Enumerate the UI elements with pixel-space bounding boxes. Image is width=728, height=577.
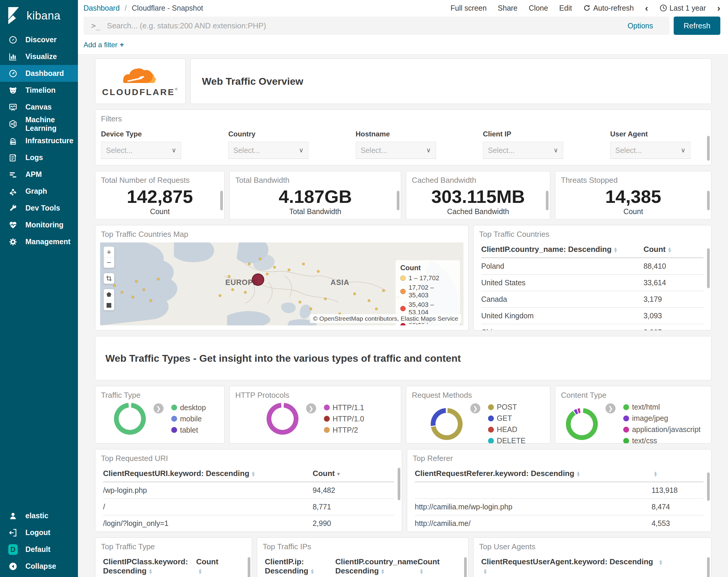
map-data-point[interactable] xyxy=(121,291,123,294)
map-data-point[interactable] xyxy=(309,307,312,310)
column-header[interactable]: ClientIP.country_name: Descending▴▾ xyxy=(335,553,417,577)
map-data-point[interactable] xyxy=(135,280,138,283)
time-forward-button[interactable]: › xyxy=(717,3,720,13)
column-header[interactable]: ▴▾ xyxy=(652,465,703,482)
column-header[interactable]: ClientRequestUserAgent.keyword: Descendi… xyxy=(481,553,657,577)
column-header[interactable]: ClientIPClass.keyword: Descending▴▾ xyxy=(103,553,196,577)
panel-scrollbar[interactable] xyxy=(220,191,223,210)
map-data-point[interactable] xyxy=(382,289,385,292)
legend-item[interactable]: text/css xyxy=(623,436,701,444)
table-row[interactable]: Poland88,410 xyxy=(481,258,703,275)
legend-toggle-icon[interactable]: ❯ xyxy=(154,403,163,413)
table-row[interactable]: /xmlrpc.php1,394 xyxy=(103,532,394,532)
country-select[interactable]: Select...∨ xyxy=(228,142,309,159)
sidebar-item-canvas[interactable]: Canvas xyxy=(0,99,78,116)
column-header[interactable]: Count▴▾ xyxy=(196,553,244,577)
table-row[interactable]: Canada3,179 xyxy=(481,291,703,308)
add-filter-link[interactable]: Add a filter+ xyxy=(83,41,124,49)
map-data-point[interactable] xyxy=(228,275,231,278)
map-data-point[interactable] xyxy=(375,307,378,310)
map-data-point[interactable] xyxy=(266,273,269,275)
panel-scrollbar[interactable] xyxy=(707,248,710,288)
sidebar-item-apm[interactable]: APM xyxy=(0,166,78,183)
time-picker-button[interactable]: Last 1 year xyxy=(659,4,706,12)
sidebar-item-timelion[interactable]: Timelion xyxy=(0,82,78,99)
sidebar-item-logs[interactable]: Logs xyxy=(0,149,78,166)
map-data-point[interactable] xyxy=(231,288,234,291)
hostname-select[interactable]: Select...∨ xyxy=(356,142,436,159)
map-data-point[interactable] xyxy=(317,270,319,273)
map-data-point[interactable] xyxy=(150,299,152,302)
column-header[interactable]: Count▴▾ xyxy=(644,241,703,258)
refresh-button[interactable]: Refresh xyxy=(674,17,720,35)
sidebar-item-user[interactable]: elastic xyxy=(0,507,78,524)
legend-toggle-icon[interactable]: ❯ xyxy=(605,403,616,413)
column-header[interactable]: Count▴▾ xyxy=(417,553,461,577)
map-attribution[interactable]: © OpenStreetMap contributors, Elastic Ma… xyxy=(310,314,461,323)
panel-scrollbar[interactable] xyxy=(464,557,467,577)
legend-item[interactable]: HTTP/2 xyxy=(324,426,364,434)
map-data-point[interactable] xyxy=(288,269,290,271)
panel-scrollbar[interactable] xyxy=(707,557,710,577)
sidebar-item-dashboard[interactable]: Dashboard xyxy=(0,65,78,82)
table-row[interactable]: United Kingdom3,093 xyxy=(481,308,703,324)
map-canvas[interactable]: EUROPE ASIA + − xyxy=(100,243,464,325)
full-screen-button[interactable]: Full screen xyxy=(450,4,487,12)
polygon-tool-button[interactable] xyxy=(104,289,114,300)
map-data-point[interactable] xyxy=(259,258,261,260)
share-button[interactable]: Share xyxy=(498,4,518,12)
map-data-point[interactable] xyxy=(367,299,370,302)
column-header[interactable]: ▴▾ xyxy=(657,553,703,577)
panel-scrollbar[interactable] xyxy=(707,191,710,210)
legend-item[interactable]: HTTP/1.0 xyxy=(324,415,364,423)
column-header[interactable]: ClientIP.country_name: Descending▴▾ xyxy=(481,241,644,258)
table-row[interactable]: China2,805 xyxy=(481,324,703,331)
kibana-logo[interactable]: kibana xyxy=(0,0,78,31)
table-row[interactable]: /8,771 xyxy=(103,499,394,515)
table-row[interactable]: /login/?login_only=12,990 xyxy=(103,515,394,532)
panel-scrollbar[interactable] xyxy=(397,191,399,210)
map-data-point[interactable] xyxy=(353,293,356,295)
map-data-point[interactable] xyxy=(157,278,159,280)
column-header[interactable]: Count▾ xyxy=(313,465,394,482)
edit-button[interactable]: Edit xyxy=(559,4,572,12)
legend-item[interactable]: mobile xyxy=(171,415,206,423)
sidebar-item-dev-tools[interactable]: Dev Tools xyxy=(0,200,78,217)
column-header[interactable]: ClientRequestURI.keyword: Descending▴▾ xyxy=(103,465,313,482)
legend-item[interactable]: POST xyxy=(488,403,525,411)
device-type-select[interactable]: Select...∨ xyxy=(101,142,181,159)
legend-item[interactable]: HTTP/1.1 xyxy=(324,403,364,412)
map-data-point[interactable] xyxy=(113,284,116,287)
sidebar-item-space-default[interactable]: D Default xyxy=(0,541,78,558)
zoom-in-button[interactable]: + xyxy=(104,247,114,257)
legend-item[interactable]: text/html xyxy=(623,403,701,411)
user-agent-select[interactable]: Select...∨ xyxy=(610,142,691,159)
options-link[interactable]: Options xyxy=(628,22,653,30)
panel-scrollbar[interactable] xyxy=(248,557,250,577)
map-data-point[interactable] xyxy=(244,291,247,294)
map-data-point[interactable] xyxy=(131,296,134,299)
map-data-point[interactable] xyxy=(299,301,302,304)
legend-item[interactable]: HEAD xyxy=(488,425,525,434)
rectangle-tool-button[interactable] xyxy=(104,300,114,310)
map-data-point[interactable] xyxy=(302,263,305,266)
table-row[interactable]: /wp-login.php94,482 xyxy=(103,482,394,499)
time-back-button[interactable]: ‹ xyxy=(645,3,648,13)
map-data-point[interactable] xyxy=(142,288,145,291)
auto-refresh-button[interactable]: Auto-refresh xyxy=(583,4,634,12)
table-row[interactable]: http://camilia.me/4,553 xyxy=(415,515,703,532)
panel-scrollbar[interactable] xyxy=(707,473,710,501)
sidebar-item-discover[interactable]: Discover xyxy=(0,31,78,48)
client-ip-select[interactable]: Select...∨ xyxy=(483,142,563,159)
sidebar-item-logout[interactable]: Logout xyxy=(0,524,78,541)
search-box[interactable]: >_ Options xyxy=(83,17,670,35)
breadcrumb-dashboard-link[interactable]: Dashboard xyxy=(83,4,120,12)
legend-item[interactable]: application/javascript xyxy=(623,425,701,434)
clone-button[interactable]: Clone xyxy=(529,4,548,12)
sidebar-item-collapse[interactable]: Collapse xyxy=(0,558,78,575)
map-data-point[interactable] xyxy=(324,298,327,300)
table-row[interactable]: http://camilia.me/wp-login.php8,474 xyxy=(415,499,703,515)
crop-tool-button[interactable] xyxy=(104,273,114,284)
table-row[interactable]: United States33,614 xyxy=(481,275,703,291)
panel-scrollbar[interactable] xyxy=(546,191,548,210)
